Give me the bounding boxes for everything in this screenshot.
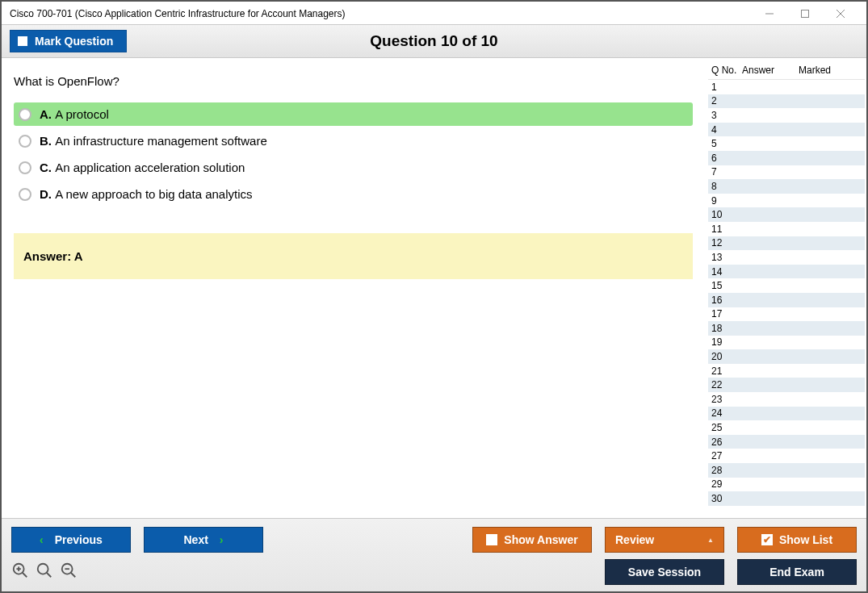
zoom-controls: [11, 562, 78, 583]
cell-qno: 24: [711, 407, 742, 419]
cell-qno: 20: [711, 351, 742, 362]
choice-text: C. An application acceleration solution: [40, 161, 245, 174]
content-row: What is OpenFlow? A. A protocolB. An inf…: [2, 58, 866, 518]
chevron-right-icon: ›: [220, 533, 224, 546]
cell-qno: 8: [711, 181, 742, 192]
table-row[interactable]: 25: [708, 420, 865, 435]
choice-d[interactable]: D. A new approach to big data analytics: [14, 182, 693, 206]
choice-c[interactable]: C. An application acceleration solution: [14, 156, 693, 179]
table-row[interactable]: 15: [708, 278, 865, 293]
choice-a[interactable]: A. A protocol: [14, 102, 693, 126]
table-row[interactable]: 24: [708, 407, 865, 421]
table-row[interactable]: 6: [708, 151, 865, 165]
zoom-out-icon[interactable]: [60, 562, 78, 583]
cell-qno: 22: [711, 379, 742, 390]
cell-qno: 6: [711, 152, 742, 164]
cell-qno: 11: [711, 223, 742, 235]
table-row[interactable]: 3: [708, 108, 865, 123]
table-row[interactable]: 8: [708, 179, 865, 194]
cell-qno: 26: [711, 436, 742, 448]
table-row[interactable]: 9: [708, 194, 865, 208]
table-row[interactable]: 22: [708, 378, 865, 392]
table-row[interactable]: 2: [708, 94, 865, 109]
footer: ‹ Previous Next › Show Answer Review ▲ ✔…: [2, 518, 866, 591]
show-list-button[interactable]: ✔ Show List: [737, 527, 857, 553]
minimize-icon[interactable]: [752, 4, 787, 23]
cell-qno: 25: [711, 422, 742, 433]
window-title: Cisco 700-701 (Cisco Application Centric…: [10, 8, 346, 19]
zoom-in-icon[interactable]: [11, 562, 29, 583]
review-label: Review: [615, 533, 654, 546]
cell-qno: 12: [711, 237, 742, 248]
checkbox-icon: [486, 534, 497, 545]
review-dropdown[interactable]: Review ▲: [605, 527, 724, 553]
cell-qno: 18: [711, 323, 742, 334]
question-text: What is OpenFlow?: [14, 74, 693, 88]
cell-qno: 10: [711, 209, 742, 220]
question-list[interactable]: 1234567891011121314151617181920212223242…: [708, 79, 865, 518]
table-row[interactable]: 18: [708, 321, 865, 336]
svg-line-9: [47, 573, 52, 578]
end-exam-button[interactable]: End Exam: [737, 559, 857, 585]
cell-qno: 7: [711, 166, 742, 177]
table-row[interactable]: 27: [708, 449, 865, 463]
cell-qno: 14: [711, 266, 742, 278]
table-row[interactable]: 10: [708, 207, 865, 222]
table-row[interactable]: 30: [708, 491, 865, 506]
table-row[interactable]: 11: [708, 222, 865, 236]
next-button[interactable]: Next ›: [144, 527, 263, 553]
table-row[interactable]: 19: [708, 336, 865, 350]
cell-qno: 19: [711, 336, 742, 348]
show-answer-label: Show Answer: [504, 533, 577, 546]
cell-qno: 9: [711, 195, 742, 207]
footer-row-2: Save Session End Exam: [11, 559, 857, 585]
cell-qno: 17: [711, 308, 742, 319]
show-answer-button[interactable]: Show Answer: [472, 527, 592, 553]
cell-qno: 16: [711, 294, 742, 306]
cell-qno: 23: [711, 394, 742, 405]
cell-qno: 29: [711, 478, 742, 490]
choice-text: D. A new approach to big data analytics: [40, 187, 253, 201]
table-row[interactable]: 26: [708, 435, 865, 449]
previous-button[interactable]: ‹ Previous: [11, 527, 131, 553]
close-icon[interactable]: [823, 4, 858, 23]
table-row[interactable]: 13: [708, 250, 865, 265]
show-list-label: Show List: [779, 533, 832, 546]
end-exam-label: End Exam: [769, 566, 824, 578]
col-marked: Marked: [799, 65, 865, 76]
table-row[interactable]: 29: [708, 478, 865, 492]
cell-qno: 5: [711, 138, 742, 149]
table-row[interactable]: 16: [708, 293, 865, 307]
question-counter: Question 10 of 10: [2, 32, 866, 50]
table-row[interactable]: 23: [708, 392, 865, 407]
col-answer: Answer: [742, 65, 799, 76]
radio-icon: [19, 161, 31, 174]
zoom-reset-icon[interactable]: [36, 562, 53, 583]
footer-row-1: ‹ Previous Next › Show Answer Review ▲ ✔…: [11, 527, 857, 553]
maximize-icon[interactable]: [787, 4, 823, 23]
table-row[interactable]: 1: [708, 80, 865, 94]
radio-icon: [19, 188, 31, 201]
table-row[interactable]: 7: [708, 165, 865, 180]
answer-box: Answer: A: [14, 233, 693, 279]
table-row[interactable]: 17: [708, 307, 865, 322]
table-row[interactable]: 20: [708, 349, 865, 364]
previous-label: Previous: [55, 533, 103, 546]
table-row[interactable]: 21: [708, 364, 865, 378]
chevron-left-icon: ‹: [40, 533, 44, 546]
choice-b[interactable]: B. An infrastructure management software: [14, 129, 693, 152]
question-list-header: Q No. Answer Marked: [708, 63, 865, 79]
cell-qno: 15: [711, 280, 742, 291]
titlebar: Cisco 700-701 (Cisco Application Centric…: [2, 2, 866, 24]
table-row[interactable]: 14: [708, 265, 865, 279]
question-list-panel: Q No. Answer Marked 12345678910111213141…: [705, 58, 866, 518]
table-row[interactable]: 4: [708, 123, 865, 137]
cell-qno: 28: [711, 465, 742, 476]
save-session-button[interactable]: Save Session: [605, 559, 724, 585]
next-label: Next: [183, 533, 208, 546]
choices-container: A. A protocolB. An infrastructure manage…: [14, 102, 693, 209]
table-row[interactable]: 5: [708, 136, 865, 151]
table-row[interactable]: 28: [708, 463, 865, 478]
table-row[interactable]: 12: [708, 236, 865, 251]
app-window: Cisco 700-701 (Cisco Application Centric…: [0, 0, 868, 593]
